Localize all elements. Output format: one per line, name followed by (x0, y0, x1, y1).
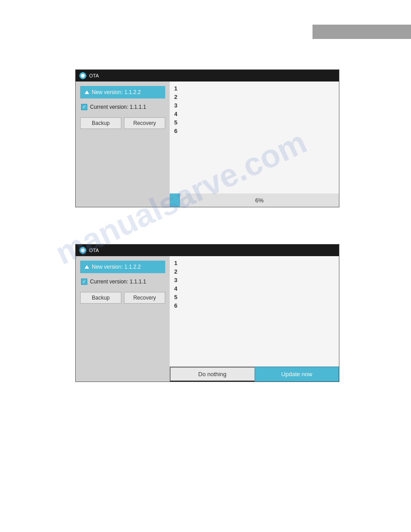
ota-left-1: New version: 1.1.2.2 ✓ Current version: … (76, 82, 170, 207)
ota-title-1: OTA (89, 73, 99, 78)
action-bar-2: Do nothing Update now (170, 366, 339, 382)
ota-body-1: New version: 1.1.2.2 ✓ Current version: … (76, 82, 339, 207)
ota-right-2: 1 2 3 4 5 6 Do nothing Update now (170, 256, 339, 382)
top-bar (313, 25, 411, 39)
new-version-row-2: New version: 1.1.2.2 (80, 261, 165, 273)
new-version-row-1: New version: 1.1.2.2 (80, 86, 165, 99)
ota-window-1: OTA New version: 1.1.2.2 ✓ Current versi… (75, 69, 339, 207)
line-2-6: 6 (174, 302, 334, 309)
line-numbers-2: 1 2 3 4 5 6 (174, 260, 334, 309)
checkbox-1: ✓ (81, 104, 87, 110)
recovery-button-1[interactable]: Recovery (124, 117, 165, 129)
ota-body-2: New version: 1.1.2.2 ✓ Current version: … (76, 256, 339, 382)
ota-right-1: 1 2 3 4 5 6 6% (170, 82, 339, 207)
line-2-5: 5 (174, 294, 334, 300)
line-numbers-1: 1 2 3 4 5 6 (174, 85, 334, 134)
line-2-1: 1 (174, 260, 334, 266)
backup-button-2[interactable]: Backup (80, 292, 121, 304)
new-version-label-1: New version: 1.1.2.2 (92, 89, 141, 95)
line-1-6: 6 (174, 128, 334, 134)
btn-row-2: Backup Recovery (80, 292, 165, 304)
ota-title-2: OTA (89, 248, 99, 253)
checkmark-2: ✓ (82, 279, 86, 284)
line-1-2: 2 (174, 94, 334, 100)
ota-titlebar-2: OTA (76, 245, 339, 256)
line-2-4: 4 (174, 285, 334, 292)
ota-left-2: New version: 1.1.2.2 ✓ Current version: … (76, 256, 170, 382)
current-version-row-1: ✓ Current version: 1.1.1.1 (80, 102, 165, 112)
recovery-button-2[interactable]: Recovery (124, 292, 165, 304)
ota-window-2: OTA New version: 1.1.2.2 ✓ Current versi… (75, 244, 339, 382)
line-2-2: 2 (174, 268, 334, 275)
current-version-row-2: ✓ Current version: 1.1.1.1 (80, 277, 165, 287)
line-2-3: 3 (174, 277, 334, 283)
progress-fill-1 (170, 193, 180, 207)
ota-icon-1 (79, 72, 86, 79)
progress-text-1: 6% (180, 197, 339, 204)
ota-icon-inner-1 (81, 74, 85, 77)
line-1-5: 5 (174, 119, 334, 126)
backup-button-1[interactable]: Backup (80, 117, 121, 129)
ota-icon-2 (79, 247, 86, 254)
new-version-label-2: New version: 1.1.2.2 (92, 264, 141, 270)
btn-row-1: Backup Recovery (80, 117, 165, 129)
current-version-label-2: Current version: 1.1.1.1 (90, 279, 146, 285)
up-arrow-icon-1 (85, 90, 89, 94)
progress-area-1: 6% (170, 193, 339, 207)
ota-icon-inner-2 (81, 249, 85, 252)
line-1-3: 3 (174, 102, 334, 109)
current-version-label-1: Current version: 1.1.1.1 (90, 104, 146, 110)
do-nothing-button[interactable]: Do nothing (170, 367, 255, 382)
line-1-4: 4 (174, 111, 334, 117)
update-now-button[interactable]: Update now (255, 367, 339, 382)
up-arrow-icon-2 (85, 265, 89, 269)
checkbox-2: ✓ (81, 279, 87, 285)
checkmark-1: ✓ (82, 105, 86, 109)
line-1-1: 1 (174, 85, 334, 92)
ota-titlebar-1: OTA (76, 70, 339, 82)
